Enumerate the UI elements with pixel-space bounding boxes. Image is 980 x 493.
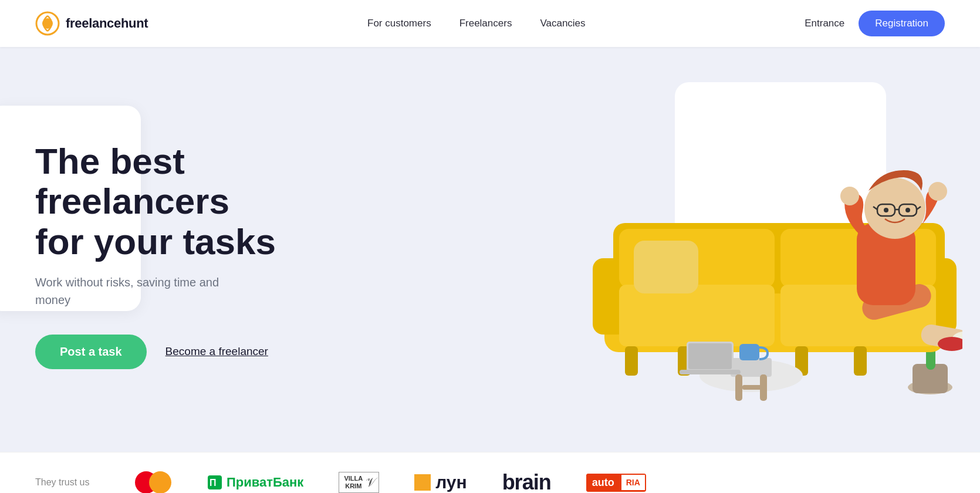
hero-illustration xyxy=(499,47,980,452)
svg-rect-23 xyxy=(742,385,766,390)
logo-icon xyxy=(35,11,60,36)
svg-point-40 xyxy=(905,208,910,212)
svg-point-42 xyxy=(928,182,947,201)
svg-rect-21 xyxy=(735,374,742,401)
svg-rect-15 xyxy=(625,346,638,376)
hero-actions: Post a task Become a freelancer xyxy=(35,335,387,369)
nav-auth: Entrance Registration xyxy=(805,11,945,36)
svg-rect-26 xyxy=(688,343,732,369)
svg-rect-43 xyxy=(634,241,698,293)
entrance-link[interactable]: Entrance xyxy=(805,18,844,29)
navbar: freelancehunt For customers Freelancers … xyxy=(0,0,980,47)
hero-section: The best freelancers for your tasks Work… xyxy=(0,47,980,452)
svg-text:П: П xyxy=(209,478,217,488)
become-freelancer-link[interactable]: Become a freelancer xyxy=(165,345,268,358)
trust-label: They trust us xyxy=(35,477,100,488)
hero-content: The best freelancers for your tasks Work… xyxy=(0,106,423,393)
lun-logo: лун xyxy=(414,472,467,492)
registration-button[interactable]: Registration xyxy=(859,11,945,36)
svg-point-39 xyxy=(884,208,888,212)
mastercard-logo xyxy=(135,471,171,493)
trust-section: They trust us П ПриватБанк VILLAKRIM 𝒱 л… xyxy=(0,452,980,493)
villakrim-logo: VILLAKRIM 𝒱 xyxy=(339,472,379,493)
nav-links: For customers Freelancers Vacancies xyxy=(367,18,586,29)
hero-title: The best freelancers for your tasks xyxy=(35,141,387,262)
svg-point-41 xyxy=(840,187,859,205)
sofa-scene xyxy=(522,76,962,417)
post-task-button[interactable]: Post a task xyxy=(35,335,147,369)
logo-area: freelancehunt xyxy=(35,11,148,36)
privatbank-icon: П xyxy=(207,474,223,491)
lun-text: лун xyxy=(435,472,467,492)
mastercard-yellow-circle xyxy=(149,471,171,493)
trust-logos: П ПриватБанк VILLAKRIM 𝒱 лун brain auto … xyxy=(135,470,646,493)
hero-subtitle: Work without risks, saving time andmoney xyxy=(35,273,387,309)
autoria-logo: auto RIA xyxy=(586,474,646,492)
brain-logo: brain xyxy=(502,470,551,493)
logo-text: freelancehunt xyxy=(66,16,148,31)
nav-vacancies[interactable]: Vacancies xyxy=(540,18,585,29)
privatbank-logo: П ПриватБанк xyxy=(207,474,303,491)
svg-rect-18 xyxy=(854,346,867,376)
svg-rect-13 xyxy=(619,285,775,346)
nav-freelancers[interactable]: Freelancers xyxy=(459,18,512,29)
svg-rect-27 xyxy=(680,370,741,374)
lun-square xyxy=(414,474,431,491)
svg-rect-24 xyxy=(739,344,759,360)
nav-for-customers[interactable]: For customers xyxy=(367,18,431,29)
